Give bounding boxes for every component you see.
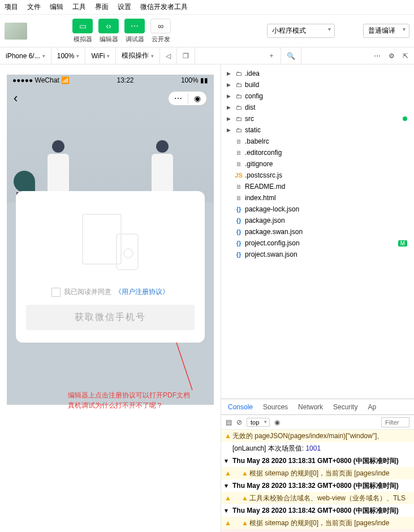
tree-node[interactable]: {}package.json: [221, 215, 414, 226]
console-toolbar: ▤ ⊘ top ◉: [221, 415, 414, 430]
filter-input[interactable]: [381, 417, 409, 427]
back-icon[interactable]: ‹: [14, 91, 18, 106]
sim-control-bar: iPhone 6/...▾ 100%▾ WiFi▾ 模拟操作▾ ◁ ❐ ＋ 🔍 …: [0, 47, 414, 64]
explorer-pane: ▶🗀.idea▶🗀build▶🗀config▶🗀dist▶🗀src▶🗀stati…: [221, 64, 414, 415]
menu-文件[interactable]: 文件: [27, 2, 41, 12]
menu-微信开发者工具[interactable]: 微信开发者工具: [140, 2, 188, 12]
agreement-row: 我已阅读并同意 《用户注册协议》: [26, 287, 195, 297]
tree-node[interactable]: {}project.swan.json: [221, 249, 414, 260]
device-select[interactable]: iPhone 6/...▾: [0, 47, 51, 64]
phone-navbar: ‹ ⋯ ◉: [7, 86, 214, 111]
mute-icon[interactable]: ◁: [166, 52, 171, 60]
tree-node[interactable]: JS.postcssrc.js: [221, 170, 414, 181]
tree-node[interactable]: 🗎.babelrc: [221, 136, 414, 147]
zoom-select[interactable]: 100%▾: [51, 47, 86, 64]
clock-label: 13:22: [117, 76, 133, 84]
editor-button[interactable]: ‹›编辑器: [98, 19, 119, 44]
menu-项目[interactable]: 项目: [5, 2, 18, 12]
settings-icon[interactable]: ⚙: [389, 52, 395, 60]
tree-node[interactable]: {}package.swan.json: [221, 226, 414, 237]
devtools-tabs: ConsoleSourcesNetworkSecurityAp: [221, 399, 414, 415]
document-illustration: [76, 208, 144, 270]
tree-node[interactable]: 🗎README.md: [221, 181, 414, 192]
debugger-button[interactable]: ⋯调试器: [124, 19, 145, 44]
agree-prefix: 我已阅读并同意: [64, 287, 111, 297]
menubar: 项目文件编辑工具界面设置微信开发者工具: [0, 0, 414, 15]
network-select[interactable]: WiFi▾: [85, 47, 116, 64]
devtab-sources[interactable]: Sources: [263, 403, 288, 411]
search-icon[interactable]: 🔍: [287, 52, 295, 60]
battery-label: 100% ▮▮: [181, 76, 208, 84]
more-icon[interactable]: ⋯: [374, 52, 381, 60]
login-card: 我已阅读并同意 《用户注册协议》 获取微信手机号: [16, 191, 205, 343]
compile-select[interactable]: 普通编译: [363, 24, 409, 38]
tree-node[interactable]: ▶🗀build: [221, 79, 414, 90]
phone-frame: ●●●●● WeChat 📶 13:22 100% ▮▮ ‹ ⋯ ◉: [7, 75, 214, 405]
devtab-ap[interactable]: Ap: [368, 403, 376, 411]
tree-node[interactable]: ▶🗀static: [221, 124, 414, 136]
get-phone-button[interactable]: 获取微信手机号: [26, 305, 195, 330]
menu-设置[interactable]: 设置: [118, 2, 131, 12]
add-icon[interactable]: ＋: [268, 51, 275, 60]
agreement-link[interactable]: 《用户注册协议》: [115, 287, 169, 297]
devtab-console[interactable]: Console: [228, 403, 253, 411]
capsule-menu-icon[interactable]: ⋯: [169, 92, 188, 105]
tree-node[interactable]: ▶🗀.idea: [221, 68, 414, 79]
sidebar-toggle-icon[interactable]: ▤: [226, 418, 232, 426]
clear-console-icon[interactable]: ⊘: [236, 418, 242, 426]
simulator-pane: ●●●●● WeChat 📶 13:22 100% ▮▮ ‹ ⋯ ◉: [0, 64, 221, 415]
cloud-button[interactable]: ∞云开发: [150, 19, 171, 44]
menu-编辑[interactable]: 编辑: [50, 2, 63, 12]
menu-界面[interactable]: 界面: [95, 2, 109, 12]
phone-statusbar: ●●●●● WeChat 📶 13:22 100% ▮▮: [7, 75, 214, 86]
devtools: ConsoleSourcesNetworkSecurityAp ▤ ⊘ top …: [221, 399, 414, 532]
mock-select[interactable]: 模拟操作▾: [116, 47, 160, 64]
tree-node[interactable]: {}package-lock.json: [221, 204, 414, 215]
tree-node[interactable]: ▶🗀dist: [221, 102, 414, 113]
detach-icon[interactable]: ⇱: [403, 52, 408, 60]
file-tree: ▶🗀.idea▶🗀build▶🗀config▶🗀dist▶🗀src▶🗀stati…: [221, 64, 414, 415]
console-output: ▲无效的 pageJSON(pages/index/main)["window"…: [221, 430, 414, 532]
simulator-button[interactable]: ▭模拟器: [72, 19, 93, 44]
carrier-label: ●●●●● WeChat 📶: [12, 76, 70, 84]
capsule-close-icon[interactable]: ◉: [188, 92, 206, 105]
toolbar: ▭模拟器 ‹›编辑器 ⋯调试器 ∞云开发 小程序模式 普通编译: [0, 15, 414, 47]
hero-illustration: [7, 111, 214, 202]
annotation-text: 编辑器上点击注册协议可以打开PDF文档 真机调试为什么打不开不了呢？: [68, 390, 190, 410]
tree-node[interactable]: 🗎.editorconfig: [221, 147, 414, 158]
tree-node[interactable]: 🗎.gitignore: [221, 158, 414, 170]
capsule: ⋯ ◉: [168, 91, 207, 106]
tree-node[interactable]: {}project.config.jsonM: [221, 237, 414, 249]
project-thumbnail: [5, 23, 27, 40]
agree-checkbox[interactable]: [51, 288, 61, 297]
eye-icon[interactable]: ◉: [274, 418, 280, 426]
context-select[interactable]: top: [247, 418, 270, 427]
devtab-network[interactable]: Network: [298, 403, 323, 411]
tree-node[interactable]: 🗎index.html: [221, 192, 414, 204]
rotate-icon[interactable]: ❐: [183, 52, 189, 60]
menu-工具[interactable]: 工具: [72, 2, 86, 12]
tree-node[interactable]: ▶🗀config: [221, 90, 414, 102]
devtab-security[interactable]: Security: [333, 403, 357, 411]
tree-node[interactable]: ▶🗀src: [221, 113, 414, 124]
mode-select[interactable]: 小程序模式: [267, 24, 335, 38]
